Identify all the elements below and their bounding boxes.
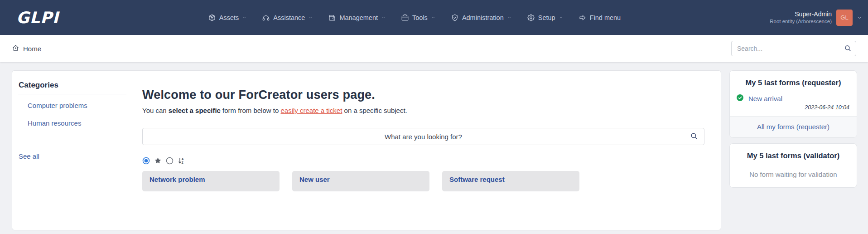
- chevron-down-icon: [309, 15, 313, 20]
- search-icon[interactable]: [844, 44, 852, 54]
- briefcase-icon: [401, 14, 409, 22]
- main-content: Welcome to our ForCreator users page. Yo…: [133, 71, 721, 230]
- avatar[interactable]: GL: [836, 10, 853, 26]
- user-info: Super-Admin Root entity (Arborescence): [770, 10, 832, 25]
- svg-text:Z: Z: [182, 161, 183, 164]
- menu-assistance[interactable]: Assistance: [262, 14, 313, 22]
- top-navbar: GLPI Assets Assistance Management: [0, 0, 868, 35]
- right-panels: My 5 last forms (requester) New arrival …: [729, 70, 857, 188]
- menu-management[interactable]: Management: [328, 14, 386, 22]
- svg-text:A: A: [182, 157, 184, 161]
- intro-text: You can select a specific form from belo…: [142, 107, 704, 114]
- breadcrumb-label: Home: [23, 45, 41, 53]
- chevron-down-icon: [381, 15, 386, 20]
- requester-form-item[interactable]: New arrival: [730, 93, 857, 103]
- category-link-human-resources[interactable]: Human resources: [28, 119, 126, 127]
- menu-label: Tools: [412, 14, 428, 21]
- chevron-down-icon[interactable]: [857, 14, 862, 22]
- user-entity: Root entity (Arborescence): [770, 18, 832, 24]
- form-tile-software-request[interactable]: Software request: [442, 171, 579, 191]
- main-menu: Assets Assistance Management: [208, 14, 621, 22]
- see-all-link[interactable]: See all: [18, 152, 126, 160]
- global-search: [731, 41, 856, 56]
- check-circle-icon: [736, 94, 744, 103]
- arrow-right-icon: [579, 14, 587, 22]
- form-tile-new-user[interactable]: New user: [292, 171, 429, 191]
- menu-label: Management: [339, 14, 378, 21]
- wallet-icon: [328, 14, 336, 22]
- sort-az-icon[interactable]: AZ: [178, 157, 185, 165]
- forms-card: Categories Computer problems Human resou…: [12, 70, 721, 230]
- intro-pre: You can: [142, 107, 169, 114]
- user-name: Super-Admin: [770, 10, 832, 19]
- panel-last-forms-requester: My 5 last forms (requester) New arrival …: [729, 70, 857, 138]
- forms-search-input[interactable]: [142, 128, 704, 145]
- headset-icon: [262, 14, 270, 22]
- category-link-computer-problems[interactable]: Computer problems: [28, 102, 126, 109]
- menu-label: Find menu: [590, 14, 621, 21]
- panel-title: My 5 last forms (requester): [730, 71, 857, 93]
- global-search-input[interactable]: [731, 41, 856, 56]
- radio-selected-icon[interactable]: [142, 157, 150, 165]
- box-icon: [208, 14, 216, 22]
- star-icon[interactable]: [154, 157, 162, 165]
- breadcrumb-home[interactable]: Home: [12, 44, 41, 53]
- breadcrumb-bar: Home: [0, 35, 868, 62]
- panel-title: My 5 last forms (validator): [730, 144, 857, 166]
- menu-label: Assets: [219, 14, 239, 21]
- categories-list: Computer problems Human resources: [18, 94, 126, 127]
- categories-sidebar: Categories Computer problems Human resou…: [12, 71, 133, 230]
- intro-bold: select a specific: [169, 107, 221, 114]
- create-ticket-link[interactable]: easily create a ticket: [280, 107, 342, 114]
- chevron-down-icon: [242, 15, 246, 20]
- glpi-logo[interactable]: GLPI: [16, 9, 59, 27]
- menu-label: Assistance: [273, 14, 305, 21]
- form-tiles: Network problem New user Software reques…: [142, 171, 704, 191]
- home-icon: [12, 44, 19, 53]
- menu-label: Setup: [538, 14, 555, 21]
- gear-icon: [527, 14, 535, 22]
- menu-label: Administration: [462, 14, 504, 21]
- intro-mid: form from below to: [221, 107, 281, 114]
- search-icon[interactable]: [690, 132, 698, 142]
- all-my-forms-link[interactable]: All my forms (requester): [730, 116, 857, 137]
- categories-title: Categories: [18, 81, 126, 94]
- panel-last-forms-validator: My 5 last forms (validator) No form wait…: [729, 143, 857, 188]
- chevron-down-icon: [559, 15, 563, 20]
- form-item-date: 2022-06-24 10:04: [730, 103, 857, 116]
- form-tile-network-problem[interactable]: Network problem: [142, 171, 280, 191]
- intro-post: on a specific subject.: [342, 107, 407, 114]
- menu-administration[interactable]: Administration: [451, 14, 511, 22]
- chevron-down-icon: [431, 15, 435, 20]
- circle-icon[interactable]: [166, 157, 174, 165]
- user-menu[interactable]: Super-Admin Root entity (Arborescence) G…: [770, 10, 862, 26]
- menu-find-menu[interactable]: Find menu: [579, 14, 621, 22]
- page-title: Welcome to our ForCreator users page.: [142, 88, 704, 102]
- menu-setup[interactable]: Setup: [527, 14, 563, 22]
- validator-empty-text: No form waiting for validation: [730, 166, 857, 187]
- forms-search: [142, 128, 704, 145]
- menu-tools[interactable]: Tools: [401, 14, 435, 22]
- shield-check-icon: [451, 14, 459, 22]
- chevron-down-icon: [507, 15, 511, 20]
- page-body: Categories Computer problems Human resou…: [0, 62, 868, 234]
- form-item-label: New arrival: [748, 95, 782, 102]
- menu-assets[interactable]: Assets: [208, 14, 247, 22]
- view-filter-row: AZ: [142, 157, 704, 165]
